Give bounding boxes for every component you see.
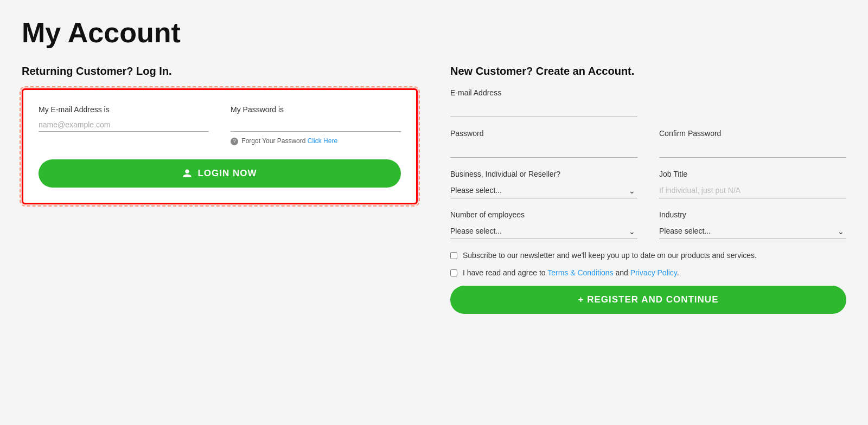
industry-label: Industry [659,210,846,219]
business-select[interactable]: Please select... Business Individual Res… [450,183,637,198]
industry-select[interactable]: Please select... Technology Finance Heal… [659,223,846,239]
newsletter-row: Subscribe to our newsletter and we'll ke… [450,251,846,260]
industry-field: Industry Please select... Technology Fin… [659,210,846,239]
reg-password-field: Password [450,129,637,158]
email-row: E-mail Address [450,88,846,117]
reg-confirm-input[interactable] [659,142,846,158]
job-title-label: Job Title [659,170,846,178]
reg-confirm-label: Confirm Password [659,129,846,138]
terms-suffix: . [677,268,679,277]
terms-prefix: I have read and agree to [463,268,547,277]
job-title-input[interactable] [659,183,846,198]
login-button[interactable]: LOGIN NOW [39,159,401,188]
industry-select-wrapper: Please select... Technology Finance Heal… [659,223,846,239]
forgot-password-row: ? Forgot Your Password Click Here [231,137,401,145]
newsletter-label: Subscribe to our newsletter and we'll ke… [463,251,757,260]
employees-select[interactable]: Please select... 1-10 11-50 51-200 201-5… [450,223,637,239]
reg-email-input[interactable] [450,101,637,117]
employees-select-wrapper: Please select... 1-10 11-50 51-200 201-5… [450,223,637,239]
password-input[interactable] [231,118,401,132]
reg-password-label: Password [450,129,637,138]
password-field-group: My Password is ? Forgot Your Password Cl… [231,105,401,155]
register-section: New Customer? Create an Account. E-mail … [450,65,846,314]
terms-row: I have read and agree to Terms & Conditi… [450,268,846,277]
reg-email-field: E-mail Address [450,88,637,117]
login-section-title: Returning Customer? Log In. [22,65,418,78]
terms-middle: and [614,268,630,277]
register-section-title: New Customer? Create an Account. [450,65,846,78]
job-title-field: Job Title [659,170,846,198]
terms-link[interactable]: Terms & Conditions [547,268,613,277]
login-fields: My E-mail Address is My Password is ? Fo… [39,105,401,155]
help-icon: ? [231,138,238,145]
business-row: Business, Individual or Reseller? Please… [450,170,846,198]
password-row: Password Confirm Password [450,129,846,158]
user-icon [182,169,192,178]
newsletter-checkbox[interactable] [450,252,457,259]
business-label: Business, Individual or Reseller? [450,170,637,178]
register-form: E-mail Address Password Confirm Password [450,88,846,314]
reg-email-spacer [659,88,846,117]
page-title: My Account [22,16,846,49]
employees-industry-row: Number of employees Please select... 1-1… [450,210,846,239]
employees-field: Number of employees Please select... 1-1… [450,210,637,239]
employees-label: Number of employees [450,210,637,219]
forgot-password-link[interactable]: Click Here [308,137,337,145]
login-box: My E-mail Address is My Password is ? Fo… [22,88,418,204]
reg-email-label: E-mail Address [450,88,637,97]
reg-confirm-field: Confirm Password [659,129,846,158]
login-section: Returning Customer? Log In. My E-mail Ad… [22,65,418,204]
login-button-label: LOGIN NOW [197,168,257,179]
register-button[interactable]: + REGISTER AND CONTINUE [450,286,846,314]
email-field-group: My E-mail Address is [39,105,209,155]
privacy-link[interactable]: Privacy Policy [630,268,677,277]
password-label: My Password is [231,105,401,114]
email-input[interactable] [39,118,209,132]
terms-text: I have read and agree to Terms & Conditi… [463,268,679,277]
forgot-prefix: Forgot Your Password [241,137,305,145]
terms-checkbox[interactable] [450,269,457,276]
business-field: Business, Individual or Reseller? Please… [450,170,637,198]
register-button-label: + REGISTER AND CONTINUE [578,294,719,305]
reg-password-input[interactable] [450,142,637,158]
business-select-wrapper: Please select... Business Individual Res… [450,183,637,198]
email-label: My E-mail Address is [39,105,209,114]
